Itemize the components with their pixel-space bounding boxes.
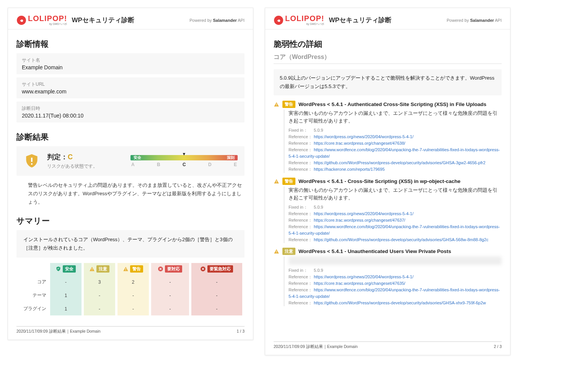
reference-link[interactable]: https://github.com/WordPress/wordpress-d…: [314, 237, 489, 242]
shield-warn-icon: [23, 153, 40, 170]
reference-link[interactable]: https://hackerone.com/reports/179695: [314, 167, 385, 172]
section-info-title: 診断情報: [16, 39, 245, 49]
app-title: WPセキュリティ診断: [329, 16, 391, 24]
x-circle-icon: [158, 266, 163, 272]
header: LOLIPOP! by GMOペパボ WPセキュリティ診断 Powered by…: [8, 8, 253, 29]
info-site-url: サイトURL www.example.com: [16, 77, 245, 98]
reference-link[interactable]: https://wordpress.org/news/2020/04/wordp…: [314, 274, 413, 279]
severity-badge: 警告: [282, 178, 295, 185]
table-row: テーマ1----: [19, 289, 242, 302]
table-row: コア-32--: [19, 275, 242, 289]
vuln-title: WordPress < 5.4.1 - Authenticated Cross-…: [298, 101, 486, 107]
powered-by: Powered by Salamander API: [447, 18, 502, 23]
fixed-in: 5.0.9: [314, 128, 323, 132]
brand-logo: LOLIPOP! by GMOペパボ: [274, 14, 324, 26]
vuln-desc: 実害の無いものからアカウントの漏えいまで、エンドユーザにとって様々な危険度の問題…: [289, 109, 502, 125]
reference-link[interactable]: https://wordpress.org/news/2020/04/wordp…: [314, 134, 413, 139]
check-shield-icon: [55, 266, 61, 272]
svg-rect-3: [92, 268, 92, 270]
lolipop-icon: [274, 15, 284, 25]
report-page-1: LOLIPOP! by GMOペパボ WPセキュリティ診断 Powered by…: [8, 8, 253, 340]
verdict-box: 判定：C リスクがある状態です。 安全 ▼ 深刻 A B C D E: [16, 146, 245, 176]
triangle-warn-icon: [274, 178, 279, 184]
report-page-2: LOLIPOP! by GMOペパボ WPセキュリティ診断 Powered by…: [265, 8, 510, 355]
fixed-in: 5.0.9: [314, 268, 323, 273]
reference-link[interactable]: https://core.trac.wordpress.org/changese…: [314, 281, 405, 286]
svg-rect-15: [276, 252, 277, 253]
reference-link[interactable]: https://www.wordfence.com/blog/2020/04/u…: [289, 287, 500, 299]
vuln-title: WordPress < 5.4.1 - Unauthenticated User…: [298, 248, 451, 254]
svg-rect-14: [276, 250, 277, 252]
triangle-warn-icon: [274, 101, 279, 107]
reference-link[interactable]: https://www.wordfence.com/blog/2020/04/u…: [289, 147, 500, 158]
verdict-note: 警告レベルのセキュリティ上の問題があります。そのまま放置していると、改ざんや不正…: [28, 181, 245, 206]
reference-link[interactable]: https://core.trac.wordpress.org/changese…: [314, 218, 405, 222]
section-result-title: 診断結果: [16, 132, 245, 142]
reference-link[interactable]: https://core.trac.wordpress.org/changese…: [314, 141, 405, 145]
svg-rect-6: [126, 270, 126, 271]
powered-by: Powered by Salamander API: [189, 18, 245, 23]
reference-link[interactable]: https://github.com/WordPress/wordpress-d…: [314, 301, 486, 305]
reference-link[interactable]: https://wordpress.org/news/2020/04/wordp…: [314, 211, 413, 216]
grade-bar: 安全 ▼ 深刻: [130, 155, 238, 160]
vulnerability-item: 警告 WordPress < 5.4.1 - Cross-Site Script…: [274, 178, 502, 243]
page-footer: 2020/11/17/09:09 診断結果｜Example Domain2 / …: [274, 341, 502, 350]
vulnerability-item: 注意 WordPress < 5.4.1 - Unauthenticated U…: [274, 248, 502, 306]
section-summary-title: サマリー: [16, 216, 245, 226]
redacted-desc: [289, 256, 502, 265]
vulnerability-list: 警告 WordPress < 5.4.1 - Authenticated Cro…: [274, 101, 502, 306]
svg-rect-12: [276, 180, 277, 182]
verdict-text: 判定：C リスクがある状態です。: [47, 152, 98, 170]
page-footer: 2020/11/17/09:09 診断結果｜Example Domain1 / …: [16, 326, 245, 334]
reference-link[interactable]: https://github.com/WordPress/wordpress-d…: [314, 160, 486, 165]
table-row: プラグイン1----: [19, 302, 242, 315]
brand-logo: LOLIPOP! by GMOペパボ: [16, 14, 67, 26]
summary-table: 安全 注意 警告 要対応 要緊急対応 コア-32-- テーマ1---- プラグイ…: [16, 263, 245, 315]
x-circle-icon: [200, 266, 206, 272]
svg-rect-2: [31, 163, 33, 165]
summary-note: インストールされているコア（WordPress）、テーマ、プラグインから2個の［…: [16, 230, 245, 258]
section-detail-title: 脆弱性の詳細: [274, 39, 502, 49]
vulnerability-item: 警告 WordPress < 5.4.1 - Authenticated Cro…: [274, 101, 502, 173]
lolipop-icon: [16, 15, 26, 25]
app-title: WPセキュリティ診断: [72, 16, 134, 24]
info-site-name: サイト名 Example Domain: [16, 53, 245, 74]
grade-meter: 安全 ▼ 深刻 A B C D E: [130, 155, 238, 167]
reference-link[interactable]: https://www.wordfence.com/blog/2020/04/u…: [289, 224, 500, 235]
brand-name: LOLIPOP!: [28, 14, 67, 23]
header: LOLIPOP! by GMOペパボ WPセキュリティ診断 Powered by…: [265, 8, 510, 29]
svg-rect-10: [276, 104, 277, 105]
triangle-warn-icon: [274, 248, 279, 254]
triangle-warn-icon: [89, 266, 95, 272]
svg-rect-4: [92, 270, 92, 271]
svg-rect-11: [276, 106, 277, 106]
vuln-desc: 実害の無いものからアカウントの漏えいまで、エンドユーザにとって様々な危険度の問題…: [289, 186, 502, 202]
fixed-in: 5.0.9: [314, 205, 323, 209]
grade-pointer-icon: ▼: [182, 152, 186, 156]
triangle-warn-icon: [123, 266, 129, 272]
svg-rect-1: [31, 157, 33, 162]
summary-header-row: 安全 注意 警告 要対応 要緊急対応: [19, 263, 242, 275]
svg-rect-13: [276, 182, 277, 183]
grade-letters: A B C D E: [130, 162, 238, 167]
severity-badge: 注意: [282, 248, 295, 255]
svg-rect-5: [126, 268, 126, 270]
subsection-core: コア（WordPress）: [274, 53, 502, 64]
brand-name: LOLIPOP!: [285, 14, 324, 23]
severity-badge: 警告: [282, 101, 295, 108]
upgrade-hint: 5.0.9以上のバージョンにアップデートすることで脆弱性を解決することができます…: [274, 69, 502, 95]
vuln-title: WordPress < 5.4.1 - Cross-Site Scripting…: [298, 178, 460, 184]
info-scan-date: 診断日時 2020.11.17(Tue) 08:00:10: [16, 101, 245, 122]
